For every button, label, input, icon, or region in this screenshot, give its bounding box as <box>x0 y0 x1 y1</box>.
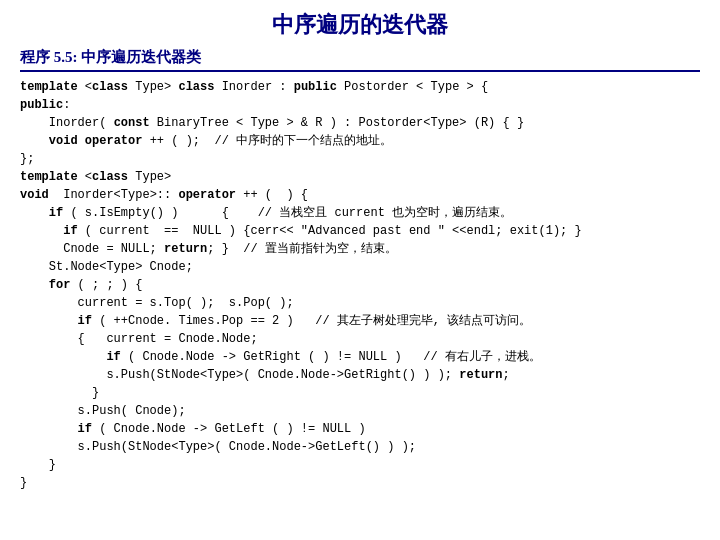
code-line: } <box>20 384 700 402</box>
code-line: }; <box>20 150 700 168</box>
code-line: s.Push(StNode<Type>( Cnode.Node->GetLeft… <box>20 438 700 456</box>
code-line: { current = Cnode.Node; <box>20 330 700 348</box>
code-line: St.Node<Type> Cnode; <box>20 258 700 276</box>
code-line: void operator ++ ( ); // 中序时的下一个结点的地址。 <box>20 132 700 150</box>
page-container: 中序遍历的迭代器 程序 5.5: 中序遍历迭代器类 template <clas… <box>0 0 720 540</box>
code-line: if ( s.IsEmpty() ) { // 当栈空且 current 也为空… <box>20 204 700 222</box>
code-line: if ( Cnode.Node -> GetLeft ( ) != NULL ) <box>20 420 700 438</box>
code-line: s.Push( Cnode); <box>20 402 700 420</box>
code-line: } <box>20 474 700 492</box>
code-line: Inorder( const BinaryTree < Type > & R )… <box>20 114 700 132</box>
page-title: 中序遍历的迭代器 <box>20 10 700 40</box>
code-line: if ( ++Cnode. Times.Pop == 2 ) // 其左子树处理… <box>20 312 700 330</box>
code-line: public: <box>20 96 700 114</box>
code-line: if ( Cnode.Node -> GetRight ( ) != NULL … <box>20 348 700 366</box>
code-line: void Inorder<Type>:: operator ++ ( ) { <box>20 186 700 204</box>
code-block: template <class Type> class Inorder : pu… <box>20 78 700 492</box>
code-line: template <class Type> class Inorder : pu… <box>20 78 700 96</box>
code-line: if ( current == NULL ) {cerr<< "Advanced… <box>20 222 700 240</box>
code-line: for ( ; ; ) { <box>20 276 700 294</box>
code-line: } <box>20 456 700 474</box>
code-line: s.Push(StNode<Type>( Cnode.Node->GetRigh… <box>20 366 700 384</box>
code-line: current = s.Top( ); s.Pop( ); <box>20 294 700 312</box>
code-line: Cnode = NULL; return; } // 置当前指针为空，结束。 <box>20 240 700 258</box>
subtitle: 程序 5.5: 中序遍历迭代器类 <box>20 48 700 72</box>
code-line: template <class Type> <box>20 168 700 186</box>
